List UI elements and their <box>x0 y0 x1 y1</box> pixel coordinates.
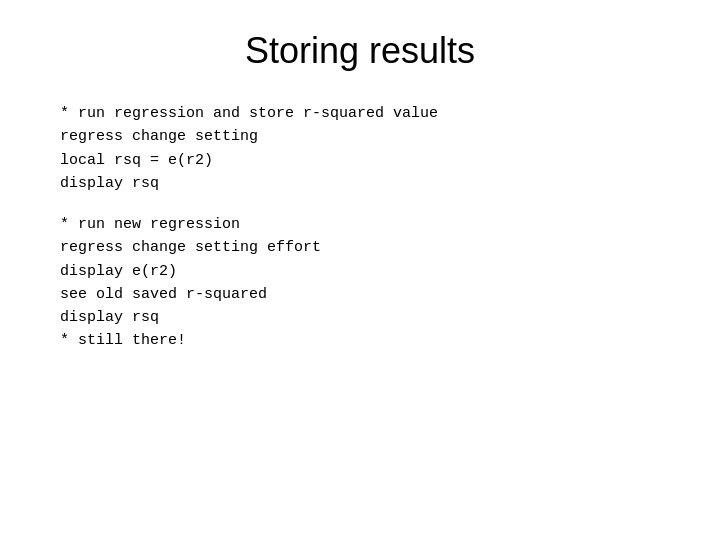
code-line: * still there! <box>60 329 660 352</box>
code-line: display rsq <box>60 172 660 195</box>
code-block: * run regression and store r-squared val… <box>60 102 660 371</box>
code-line: * run regression and store r-squared val… <box>60 102 660 125</box>
page-title: Storing results <box>60 30 660 72</box>
code-line: see old saved r-squared <box>60 283 660 306</box>
page-container: Storing results * run regression and sto… <box>0 0 720 540</box>
code-line: display e(r2) <box>60 260 660 283</box>
code-line: regress change setting <box>60 125 660 148</box>
code-section-1: * run regression and store r-squared val… <box>60 102 660 195</box>
code-line: regress change setting effort <box>60 236 660 259</box>
code-line: * run new regression <box>60 213 660 236</box>
code-section-2: * run new regression regress change sett… <box>60 213 660 353</box>
code-line: local rsq = e(r2) <box>60 149 660 172</box>
code-line: display rsq <box>60 306 660 329</box>
